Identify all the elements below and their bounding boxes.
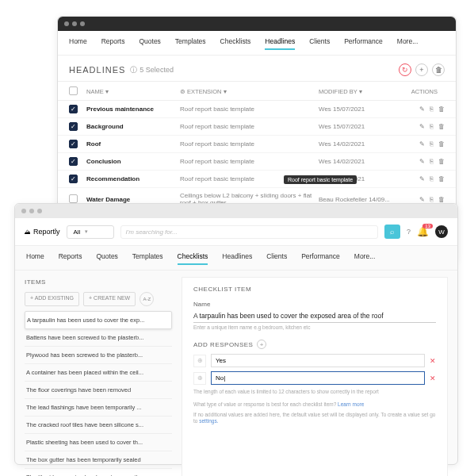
delete-icon[interactable]: 🗑 <box>438 106 445 113</box>
table-row[interactable]: ✓ Recommendation Roof report basic templ… <box>58 171 456 188</box>
items-title: ITEMS <box>25 278 172 286</box>
search-button[interactable]: ⌕ <box>384 225 400 239</box>
tab-more[interactable]: More... <box>397 37 418 50</box>
tab-checklists[interactable]: Checklists <box>220 37 251 50</box>
delete-icon[interactable]: 🗑 <box>438 196 445 203</box>
learn-more-link[interactable]: Learn more <box>338 401 364 407</box>
delete-icon[interactable]: 🗑 <box>438 158 445 165</box>
add-button[interactable]: + <box>415 63 428 76</box>
filter-dropdown[interactable]: All▾ <box>67 225 114 239</box>
window-dot[interactable] <box>29 209 34 213</box>
col-name[interactable]: NAME ▾ <box>86 88 180 95</box>
copy-icon[interactable]: ⎘ <box>430 140 434 148</box>
brand-logo[interactable]: ⛰Reportly <box>25 228 60 236</box>
row-extension: Roof report basic template <box>180 140 319 148</box>
tab-performance[interactable]: Performance <box>301 252 340 265</box>
tab-clients[interactable]: Clients <box>309 37 330 50</box>
name-input[interactable]: A tarpaulin has been used to cover the e… <box>193 309 436 323</box>
table-row[interactable]: ✓ Conclusion Roof report basic template … <box>58 153 456 171</box>
panel-title: CHECKLIST ITEM <box>193 286 436 293</box>
window-dot[interactable] <box>80 21 85 26</box>
edit-icon[interactable]: ✎ <box>419 140 425 148</box>
row-checkbox[interactable]: ✓ <box>69 175 78 183</box>
list-item[interactable]: The box gutter has been temporarily seal… <box>25 451 172 469</box>
edit-icon[interactable]: ✎ <box>419 196 425 203</box>
delete-icon[interactable]: 🗑 <box>438 123 445 130</box>
tab-reports[interactable]: Reports <box>59 252 82 265</box>
drag-handle-icon[interactable]: ⊕ <box>193 355 206 367</box>
edit-icon[interactable]: ✎ <box>419 123 425 130</box>
tab-headlines[interactable]: Headlines <box>265 37 295 50</box>
tab-headlines[interactable]: Headlines <box>222 252 252 265</box>
tab-performance[interactable]: Performance <box>344 37 383 50</box>
window-dot[interactable] <box>72 21 77 26</box>
remove-response-button[interactable]: ✕ <box>430 357 436 365</box>
select-all-checkbox[interactable] <box>69 86 78 95</box>
window-dot[interactable] <box>64 21 69 26</box>
delete-icon[interactable]: 🗑 <box>438 175 445 182</box>
search-input[interactable]: I'm searching for... <box>120 225 378 239</box>
copy-icon[interactable]: ⎘ <box>430 175 434 182</box>
tab-checklists[interactable]: Checklists <box>178 252 208 265</box>
tab-templates[interactable]: Templates <box>175 37 206 50</box>
tooltip: Roof report basic template <box>284 175 357 184</box>
col-modified[interactable]: MODIFIED BY ▾ <box>319 88 390 95</box>
window-dot[interactable] <box>21 209 26 213</box>
row-checkbox[interactable] <box>69 194 78 203</box>
help-icon[interactable]: ? <box>407 228 411 236</box>
list-item[interactable]: A tarpaulin has been used to cover the e… <box>25 311 172 329</box>
titlebar <box>58 17 456 31</box>
tab-templates[interactable]: Templates <box>132 252 163 265</box>
remove-response-button[interactable]: ✕ <box>430 374 436 382</box>
tab-home[interactable]: Home <box>69 37 87 50</box>
table-row[interactable]: ✓ Roof Roof report basic template Wes 14… <box>58 136 456 153</box>
list-item[interactable]: Plywood has been screwed to the plasterb… <box>25 347 172 364</box>
copy-icon[interactable]: ⎘ <box>430 196 434 203</box>
response-input[interactable]: Yes <box>211 354 425 367</box>
row-checkbox[interactable]: ✓ <box>69 140 78 148</box>
help-note: What type of value or response is best f… <box>193 401 436 408</box>
tab-clients[interactable]: Clients <box>266 252 287 265</box>
nav-tabs: HomeReportsQuotesTemplatesChecklistsHead… <box>58 31 456 56</box>
list-item[interactable]: The lead flashings have been temporarily… <box>25 399 172 416</box>
edit-icon[interactable]: ✎ <box>419 106 425 113</box>
tab-home[interactable]: Home <box>26 252 44 265</box>
col-extension[interactable]: ⊚ EXTENSION ▾ <box>180 88 319 95</box>
delete-icon[interactable]: 🗑 <box>438 140 445 148</box>
avatar[interactable]: W <box>435 225 448 238</box>
refresh-button[interactable]: ↻ <box>399 63 411 76</box>
copy-icon[interactable]: ⎘ <box>430 106 434 113</box>
response-row: ⊕ Yes ✕ <box>193 354 436 367</box>
tab-quotes[interactable]: Quotes <box>139 37 160 50</box>
copy-icon[interactable]: ⎘ <box>430 123 434 130</box>
notifications-button[interactable]: 🔔13 <box>417 226 429 237</box>
list-item[interactable]: A container has been placed within the c… <box>25 364 172 382</box>
row-checkbox[interactable]: ✓ <box>69 157 78 166</box>
list-item[interactable]: Battens have been screwed to the plaster… <box>25 329 172 347</box>
tab-quotes[interactable]: Quotes <box>96 252 117 265</box>
list-item[interactable]: Plastic sheeting has been used to cover … <box>25 434 172 451</box>
delete-button[interactable]: 🗑 <box>432 63 445 76</box>
window-dot[interactable] <box>37 209 42 213</box>
copy-icon[interactable]: ⎘ <box>430 158 434 165</box>
add-existing-button[interactable]: + ADD EXISTING <box>25 292 79 306</box>
create-new-button[interactable]: + CREATE NEW <box>83 292 136 306</box>
settings-link[interactable]: settings. <box>199 418 218 424</box>
edit-icon[interactable]: ✎ <box>419 175 425 182</box>
table-row[interactable]: ✓ Background Roof report basic template … <box>58 118 456 136</box>
header-actions: ↻ + 🗑 <box>399 63 445 76</box>
sort-az-button[interactable]: A-Z <box>140 292 154 306</box>
drag-handle-icon[interactable]: ⊕ <box>193 372 206 385</box>
table-row[interactable]: ✓ Previous maintenance Roof report basic… <box>58 101 456 118</box>
edit-icon[interactable]: ✎ <box>419 158 425 165</box>
row-checkbox[interactable]: ✓ <box>69 105 78 113</box>
tab-reports[interactable]: Reports <box>101 37 125 50</box>
list-item[interactable]: The floor coverings have been removed <box>25 382 172 399</box>
response-input[interactable]: No| <box>211 371 425 385</box>
list-item[interactable]: The tile ridge capping has been temporar… <box>25 469 172 476</box>
add-response-button[interactable]: + <box>257 340 266 349</box>
tab-more[interactable]: More... <box>354 252 375 265</box>
row-checkbox[interactable]: ✓ <box>69 122 78 131</box>
list-item[interactable]: The cracked roof tiles have been silicon… <box>25 416 172 434</box>
response-limit-note: The length of each value is limited to 1… <box>193 389 436 395</box>
